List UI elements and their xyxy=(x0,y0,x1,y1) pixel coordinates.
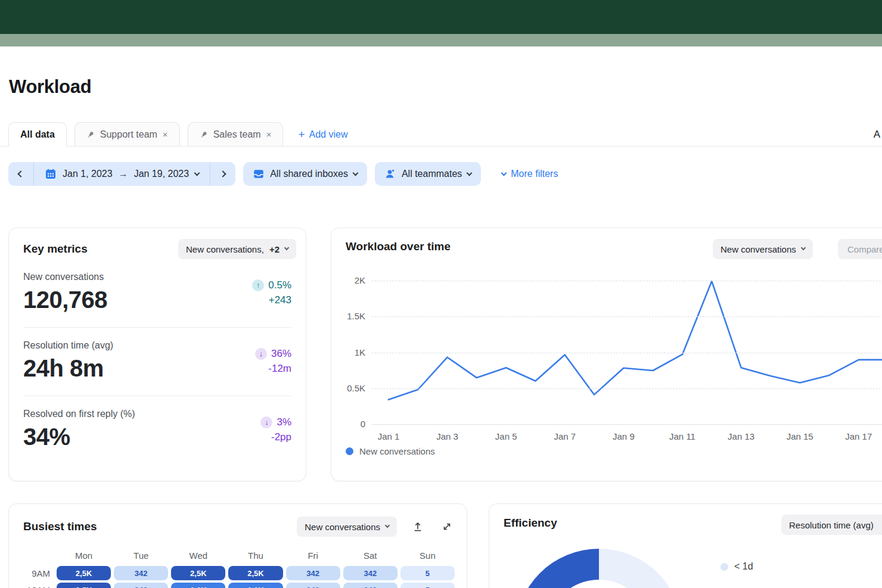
workload-metric-selector[interactable]: New conversations xyxy=(713,239,813,259)
y-axis-label: 1.5K xyxy=(337,311,365,321)
filter-bar: Jan 1, 2023 → Jan 19, 2023 All shared in… xyxy=(8,162,558,186)
heatmap-cell[interactable]: 2,5K xyxy=(57,566,111,580)
key-metrics-title: Key metrics xyxy=(23,242,88,256)
x-axis-label: Jan 7 xyxy=(544,431,586,441)
more-filters-button[interactable]: More filters xyxy=(502,169,558,179)
x-axis-label: Jan 11 xyxy=(662,431,703,441)
change-percent: 3% xyxy=(277,416,291,428)
y-axis-label: 1K xyxy=(337,347,365,357)
heatmap-rows: 9AM2,5K3422,5K2,5K342342510AM2,5K3421,1K… xyxy=(23,566,467,588)
day-header: Tue xyxy=(114,550,168,561)
efficiency-donut-chart xyxy=(515,549,682,588)
metric-label: Resolution time (avg) xyxy=(23,340,113,351)
tab-all-data[interactable]: All data xyxy=(8,122,67,146)
day-header: Fri xyxy=(286,550,340,561)
heatmap-cell[interactable]: 342 xyxy=(114,566,168,580)
time-row-label: 9AM xyxy=(23,568,57,578)
chevron-down-icon xyxy=(284,245,289,250)
efficiency-card: Efficiency Resolution time (avg) < 1d xyxy=(489,503,882,588)
tab-support-team[interactable]: Support team × xyxy=(74,122,180,146)
tab-sales-team[interactable]: Sales team × xyxy=(188,122,284,146)
change-percent: 0.5% xyxy=(268,279,291,291)
x-axis-label: Jan 13 xyxy=(720,431,762,441)
plus-icon: + xyxy=(298,129,305,140)
x-axis-label: Jan 1 xyxy=(368,431,409,441)
heatmap-cell[interactable]: 342 xyxy=(114,583,168,588)
heatmap-cell[interactable]: 5 xyxy=(400,566,455,580)
workload-line-series xyxy=(371,281,882,425)
busiest-times-heatmap: MonTueWedThuFriSatSun 9AM2,5K3422,5K2,5K… xyxy=(9,550,467,588)
key-metrics-selector[interactable]: New conversations, +2 xyxy=(178,239,296,259)
add-view-button[interactable]: + Add view xyxy=(298,129,347,146)
efficiency-metric-selector[interactable]: Resolution time (avg) xyxy=(781,515,882,535)
truncated-right-text: A xyxy=(874,129,880,141)
export-icon[interactable] xyxy=(411,520,424,533)
metric-value: 120,768 xyxy=(23,287,107,313)
busiest-times-card: Busiest times New conversations MonTueWe… xyxy=(8,503,467,588)
y-axis-label: 0 xyxy=(337,419,365,429)
view-tabs: All data Support team × Sales team × + A… xyxy=(0,122,882,147)
x-axis-label: Jan 17 xyxy=(838,431,880,441)
gridline xyxy=(371,316,882,317)
heatmap-cell[interactable]: 342 xyxy=(286,566,340,580)
heatmap-row: 9AM2,5K3422,5K2,5K3423425 xyxy=(23,566,467,580)
x-axis-label: Jan 15 xyxy=(779,431,821,441)
busiest-metric-selector[interactable]: New conversations xyxy=(297,517,397,537)
chevron-right-icon xyxy=(219,170,226,177)
legend-dot xyxy=(346,447,353,455)
workload-over-time-card: Workload over time New conversations Com… xyxy=(331,228,882,481)
heatmap-cell[interactable]: 5 xyxy=(400,583,455,588)
heatmap-cell[interactable]: 2,5K xyxy=(228,566,282,580)
teammates-filter[interactable]: All teammates xyxy=(375,162,481,186)
pin-icon xyxy=(86,130,95,139)
change-absolute: -12m xyxy=(268,363,291,375)
line-plot: 2K1.5K1K0.5K0Jan 1Jan 3Jan 5Jan 7Jan 9Ja… xyxy=(371,281,882,425)
date-end: Jan 19, 2023 xyxy=(134,169,190,179)
date-range-button[interactable]: Jan 1, 2023 → Jan 19, 2023 xyxy=(33,162,210,186)
expand-icon[interactable] xyxy=(440,520,454,533)
day-header: Sat xyxy=(343,550,397,561)
metric-resolution-time: Resolution time (avg) 24h 8m ↓ 36% -12m xyxy=(23,328,291,396)
metric-value: 24h 8m xyxy=(23,355,113,382)
key-metrics-card: Key metrics New conversations, +2 New co… xyxy=(8,228,306,481)
metric-resolved-first-reply: Resolved on first reply (%) 34% ↓ 3% -2p… xyxy=(23,396,291,464)
chevron-left-icon xyxy=(17,170,24,177)
teammates-icon xyxy=(384,168,396,180)
close-icon[interactable]: × xyxy=(266,130,272,139)
shared-inboxes-filter[interactable]: All shared inboxes xyxy=(243,162,367,186)
tab-label: All data xyxy=(20,129,55,140)
heatmap-cell[interactable]: 342 xyxy=(343,583,397,588)
metric-value: 34% xyxy=(23,424,135,450)
heatmap-cell[interactable]: 2,5K xyxy=(57,583,111,588)
donut-hole xyxy=(546,580,651,588)
date-range-filter: Jan 1, 2023 → Jan 19, 2023 xyxy=(8,162,235,186)
pin-icon xyxy=(200,130,208,139)
day-header: Wed xyxy=(171,550,225,561)
heatmap-cell[interactable]: 1,1K xyxy=(228,583,282,588)
date-start: Jan 1, 2023 xyxy=(63,169,113,179)
x-axis-label: Jan 5 xyxy=(485,431,527,441)
chevron-down-icon xyxy=(800,245,805,250)
heatmap-cell[interactable]: 342 xyxy=(343,566,397,580)
trend-up-icon: ↑ xyxy=(252,279,264,291)
previous-period-button[interactable] xyxy=(8,162,33,186)
x-axis-label: Jan 3 xyxy=(427,431,468,441)
metric-label: Resolved on first reply (%) xyxy=(23,409,135,419)
heatmap-cell[interactable]: 342 xyxy=(286,583,340,588)
heatmap-cell[interactable]: 2,5K xyxy=(171,566,225,580)
app-top-bar-accent xyxy=(0,34,882,46)
arrow-right-icon: → xyxy=(119,169,128,179)
tab-label: Support team xyxy=(100,129,157,140)
page-title: Workload xyxy=(9,76,91,98)
chevron-down-icon xyxy=(501,170,507,176)
next-period-button[interactable] xyxy=(210,162,235,186)
tab-label: Sales team xyxy=(213,129,261,140)
change-absolute: +243 xyxy=(269,294,291,306)
busiest-times-title: Busiest times xyxy=(23,520,97,533)
chevron-down-icon xyxy=(194,170,200,176)
compare-button[interactable]: Compare xyxy=(838,239,882,259)
heatmap-cell[interactable]: 1,1K xyxy=(171,583,225,588)
gridline xyxy=(371,353,882,353)
close-icon[interactable]: × xyxy=(163,130,168,139)
workload-chart-title: Workload over time xyxy=(346,240,451,253)
